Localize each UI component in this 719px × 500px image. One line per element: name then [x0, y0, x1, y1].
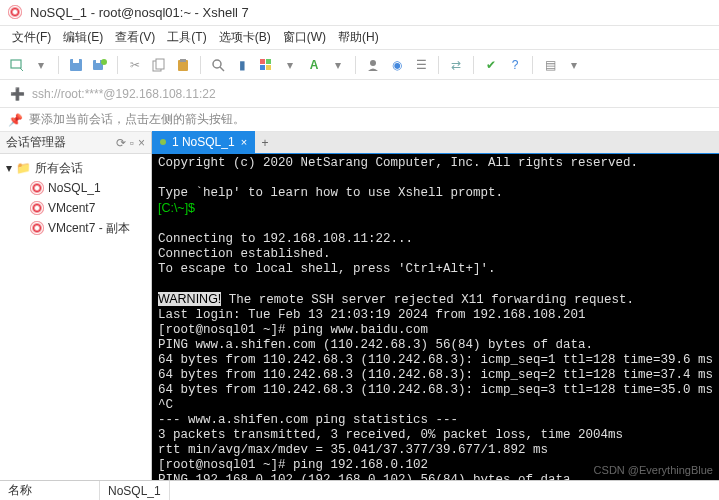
- menubar: 文件(F) 编辑(E) 查看(V) 工具(T) 选项卡(B) 窗口(W) 帮助(…: [0, 26, 719, 50]
- save-icon[interactable]: [67, 56, 85, 74]
- copy-icon[interactable]: [150, 56, 168, 74]
- menu-help[interactable]: 帮助(H): [334, 27, 383, 48]
- tree-item[interactable]: VMcent7 - 副本: [2, 218, 149, 238]
- tab-add-button[interactable]: +: [255, 133, 275, 153]
- terminal[interactable]: Copyright (c) 2020 NetSarang Computer, I…: [152, 154, 719, 480]
- sidebar-close-icon[interactable]: ×: [138, 136, 145, 150]
- status-dot-icon: [160, 139, 166, 145]
- chevron-down-icon[interactable]: ▾: [329, 56, 347, 74]
- svg-rect-3: [73, 59, 79, 63]
- tree-root-label: 所有会话: [35, 160, 83, 177]
- toolbar: ▾ ✂ ▮ ▾ A ▾ ◉ ☰ ⇄ ✔ ? ▤ ▾: [0, 50, 719, 80]
- hintbar: 📌 要添加当前会话，点击左侧的箭头按钮。: [0, 108, 719, 132]
- app-icon: [8, 5, 24, 21]
- tree-item-label: VMcent7 - 副本: [48, 220, 130, 237]
- colors-icon[interactable]: [257, 56, 275, 74]
- svg-rect-13: [260, 59, 265, 64]
- svg-line-12: [220, 67, 224, 71]
- svg-rect-8: [156, 59, 164, 69]
- svg-rect-16: [266, 65, 271, 70]
- tag-icon[interactable]: ▮: [233, 56, 251, 74]
- search-icon[interactable]: [209, 56, 227, 74]
- menu-window[interactable]: 窗口(W): [279, 27, 330, 48]
- transfer-icon[interactable]: ⇄: [447, 56, 465, 74]
- tree-item-label: NoSQL_1: [48, 181, 101, 195]
- tab-label: 1 NoSQL_1: [172, 135, 235, 149]
- font-icon[interactable]: A: [305, 56, 323, 74]
- sidebar-title: 会话管理器: [6, 134, 66, 151]
- plus-icon[interactable]: ➕: [8, 85, 26, 103]
- window-title: NoSQL_1 - root@nosql01:~ - Xshell 7: [30, 5, 249, 20]
- session-tree: ▾ 📁 所有会话 NoSQL_1 VMcent7 VMcent7 - 副本: [0, 154, 151, 480]
- sidebar: 会话管理器 ⟳ ▫ × ▾ 📁 所有会话 NoSQL_1 VMcent7: [0, 132, 152, 480]
- cut-icon[interactable]: ✂: [126, 56, 144, 74]
- save-as-icon[interactable]: [91, 56, 109, 74]
- svg-rect-15: [260, 65, 265, 70]
- more-icon[interactable]: ☰: [412, 56, 430, 74]
- menu-edit[interactable]: 编辑(E): [59, 27, 107, 48]
- statusbar: 名称 NoSQL_1: [0, 480, 719, 500]
- titlebar: NoSQL_1 - root@nosql01:~ - Xshell 7: [0, 0, 719, 26]
- globe-icon[interactable]: ◉: [388, 56, 406, 74]
- tab-active[interactable]: 1 NoSQL_1 ×: [152, 131, 255, 153]
- sidebar-header: 会话管理器 ⟳ ▫ ×: [0, 132, 151, 154]
- tree-item-label: VMcent7: [48, 201, 95, 215]
- tab-close-icon[interactable]: ×: [241, 136, 247, 148]
- chevron-down-icon[interactable]: ▾: [281, 56, 299, 74]
- folder-icon: 📁: [16, 161, 31, 175]
- address-text[interactable]: ssh://root:****@192.168.108.11:22: [32, 87, 711, 101]
- menu-tabs[interactable]: 选项卡(B): [215, 27, 275, 48]
- svg-rect-5: [96, 60, 100, 63]
- addressbar: ➕ ssh://root:****@192.168.108.11:22: [0, 80, 719, 108]
- chevron-down-icon[interactable]: ▾: [565, 56, 583, 74]
- main: 会话管理器 ⟳ ▫ × ▾ 📁 所有会话 NoSQL_1 VMcent7: [0, 132, 719, 480]
- paste-icon[interactable]: [174, 56, 192, 74]
- sidebar-pin-icon[interactable]: ▫: [130, 136, 134, 150]
- svg-point-17: [370, 60, 376, 66]
- session-icon: [30, 181, 44, 195]
- collapse-icon[interactable]: ▾: [6, 161, 12, 175]
- svg-rect-10: [180, 59, 186, 62]
- menu-view[interactable]: 查看(V): [111, 27, 159, 48]
- check-icon[interactable]: ✔: [482, 56, 500, 74]
- session-icon: [30, 201, 44, 215]
- people-icon[interactable]: [364, 56, 382, 74]
- tree-item[interactable]: NoSQL_1: [2, 178, 149, 198]
- menu-file[interactable]: 文件(F): [8, 27, 55, 48]
- svg-rect-14: [266, 59, 271, 64]
- svg-point-6: [101, 59, 107, 65]
- tree-item[interactable]: VMcent7: [2, 198, 149, 218]
- sidebar-refresh-icon[interactable]: ⟳: [116, 136, 126, 150]
- menu-tools[interactable]: 工具(T): [163, 27, 210, 48]
- tree-root[interactable]: ▾ 📁 所有会话: [2, 158, 149, 178]
- hint-text: 要添加当前会话，点击左侧的箭头按钮。: [29, 111, 245, 128]
- status-col2: NoSQL_1: [100, 481, 170, 500]
- svg-point-11: [213, 60, 221, 68]
- status-col1: 名称: [0, 481, 100, 500]
- tabbar: 1 NoSQL_1 × +: [152, 132, 719, 154]
- svg-rect-0: [11, 60, 21, 68]
- content: 1 NoSQL_1 × + Copyright (c) 2020 NetSara…: [152, 132, 719, 480]
- new-session-icon[interactable]: [8, 56, 26, 74]
- session-icon: [30, 221, 44, 235]
- chevron-down-icon[interactable]: ▾: [32, 56, 50, 74]
- layout-icon[interactable]: ▤: [541, 56, 559, 74]
- help-icon[interactable]: ?: [506, 56, 524, 74]
- pin-icon[interactable]: 📌: [8, 113, 23, 127]
